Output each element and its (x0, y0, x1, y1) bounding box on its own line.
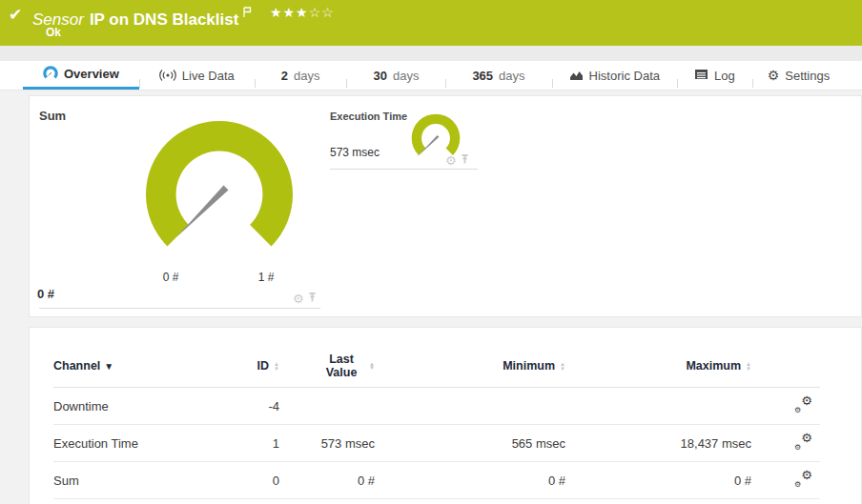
tab-historic-data[interactable]: Historic Data (552, 61, 677, 90)
sum-gauge-title: Sum (39, 109, 66, 123)
sum-gauge-value: 0 # (37, 287, 54, 301)
channels-panel: Channel▼ ID▲▼ Last Value▲▼ Minimum▲▼ Max… (29, 327, 862, 504)
sum-gauge-scale-min: 0 # (152, 271, 190, 284)
column-header-id-label: ID (257, 359, 270, 373)
channel-name-cell[interactable]: Sum (53, 462, 220, 499)
sum-gauge-scale-max: 1 # (247, 271, 285, 284)
sum-gauge-arc (146, 121, 293, 246)
gauge-pin-icon[interactable] (308, 290, 317, 307)
channel-maximum-cell: 18,437 msec (565, 425, 751, 462)
sort-descending-caret-icon: ▼ (104, 361, 113, 372)
channel-maximum-cell (565, 388, 751, 425)
live-signal-icon (159, 68, 176, 83)
gauge-settings-gear-icon[interactable]: ⚙ (445, 154, 457, 167)
area-chart-icon (569, 69, 584, 83)
execution-time-gauge-title: Execution Time (330, 111, 407, 122)
channel-id-cell: 0 (220, 462, 279, 499)
table-row[interactable]: Execution Time 1 573 msec 565 msec 18,43… (53, 425, 820, 462)
column-header-id[interactable]: ID▲▼ (220, 349, 279, 388)
channel-minimum-cell (375, 388, 565, 425)
tab-365-days-label: days (499, 69, 524, 83)
column-header-channel[interactable]: Channel▼ (53, 349, 220, 388)
tab-live-data-label: Live Data (182, 69, 235, 83)
tab-2-days-number: 2 (281, 69, 288, 83)
sum-gauge-divider (39, 308, 320, 309)
tab-log-label: Log (714, 69, 735, 83)
tab-365-days[interactable]: 365 days (445, 61, 551, 90)
tab-log[interactable]: Log (677, 61, 752, 90)
sort-toggle-icon[interactable]: ▲▼ (274, 362, 279, 371)
tab-bar: Overview Live Data 2 days 30 days 365 da… (0, 61, 862, 91)
channel-minimum-cell: 565 msec (375, 425, 565, 462)
tab-30-days-label: days (393, 69, 419, 83)
tab-30-days-number: 30 (373, 69, 386, 83)
content-area: Sum 0 # 1 # 0 # ⚙ Execution Time 573 mse… (0, 91, 862, 504)
channel-settings-gears-icon[interactable]: ⚙⚙ (794, 396, 812, 413)
sum-gauge-tools: ⚙ (293, 290, 317, 307)
channel-name-cell[interactable]: Execution Time (53, 425, 220, 462)
priority-flag-icon[interactable] (242, 4, 252, 23)
tab-overview[interactable]: Overview (23, 61, 139, 90)
channel-last-value-cell: 0 # (279, 462, 375, 499)
execution-time-gauge-value: 573 msec (330, 146, 380, 159)
stars-empty: ☆☆ (309, 5, 335, 20)
sum-gauge-needle (176, 186, 228, 237)
channel-table: Channel▼ ID▲▼ Last Value▲▼ Minimum▲▼ Max… (53, 349, 820, 499)
channel-minimum-cell: 0 # (375, 462, 565, 499)
channel-id-cell: -4 (220, 388, 279, 425)
channel-settings-gears-icon[interactable]: ⚙⚙ (794, 471, 812, 487)
sensor-header: ✔ SensorIP on DNS Blacklist ★★★☆☆ Ok (0, 0, 862, 46)
tab-2-days-label: days (294, 69, 319, 83)
tab-live-data[interactable]: Live Data (139, 61, 255, 90)
column-header-actions (751, 349, 820, 388)
status-badge: Ok (46, 26, 61, 39)
column-header-last-value[interactable]: Last Value▲▼ (279, 349, 375, 388)
tab-settings[interactable]: ⚙ Settings (752, 61, 846, 90)
channel-name-cell[interactable]: Downtime (53, 388, 220, 425)
header-sub-strip (0, 46, 862, 61)
status-ok-check-icon: ✔ (9, 5, 22, 25)
tab-overview-label: Overview (64, 67, 119, 81)
gauge-pin-icon[interactable] (461, 151, 469, 169)
channel-table-header-row: Channel▼ ID▲▼ Last Value▲▼ Minimum▲▼ Max… (53, 349, 820, 388)
gauges-panel: Sum 0 # 1 # 0 # ⚙ Execution Time 573 mse… (29, 95, 862, 317)
gauge-icon (43, 66, 58, 83)
execution-time-gauge-arc (412, 114, 461, 155)
table-row[interactable]: Sum 0 0 # 0 # 0 # ⚙⚙ (53, 462, 820, 499)
gear-icon: ⚙ (768, 69, 780, 82)
channel-maximum-cell: 0 # (565, 462, 751, 499)
execution-time-gauge-divider (330, 169, 478, 170)
tab-30-days[interactable]: 30 days (346, 61, 445, 90)
gauge-settings-gear-icon[interactable]: ⚙ (293, 292, 304, 305)
log-list-icon (694, 69, 708, 82)
column-header-channel-label: Channel (53, 359, 100, 373)
channel-id-cell: 1 (220, 425, 279, 462)
channel-settings-gears-icon[interactable]: ⚙⚙ (794, 433, 812, 450)
sort-toggle-icon[interactable]: ▲▼ (369, 362, 375, 371)
column-header-minimum-label: Minimum (503, 359, 555, 373)
sort-toggle-icon[interactable]: ▲▼ (746, 362, 751, 371)
column-header-maximum-label: Maximum (686, 359, 741, 373)
priority-stars[interactable]: ★★★☆☆ (270, 5, 335, 20)
column-header-minimum[interactable]: Minimum▲▼ (375, 349, 565, 388)
tab-settings-label: Settings (785, 69, 830, 83)
stars-filled: ★★★ (270, 5, 309, 20)
table-row[interactable]: Downtime -4 ⚙⚙ (53, 388, 820, 425)
execution-time-gauge-tools: ⚙ (445, 151, 469, 169)
channel-last-value-cell: 573 msec (279, 425, 375, 462)
sort-toggle-icon[interactable]: ▲▼ (560, 362, 565, 371)
page-title: IP on DNS Blacklist (90, 10, 239, 29)
tab-historic-data-label: Historic Data (589, 69, 660, 83)
column-header-last-value-label: Last Value (318, 353, 364, 379)
tab-2-days[interactable]: 2 days (255, 61, 347, 90)
column-header-maximum[interactable]: Maximum▲▼ (565, 349, 751, 388)
sum-gauge (144, 119, 295, 273)
channel-last-value-cell (279, 388, 375, 425)
tab-365-days-number: 365 (472, 69, 493, 83)
